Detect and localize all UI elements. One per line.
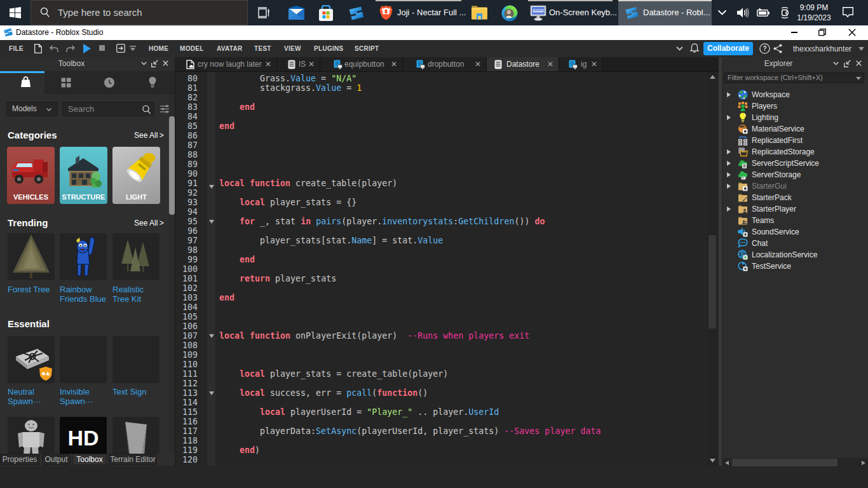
svg-text:?: ? [763, 45, 766, 52]
